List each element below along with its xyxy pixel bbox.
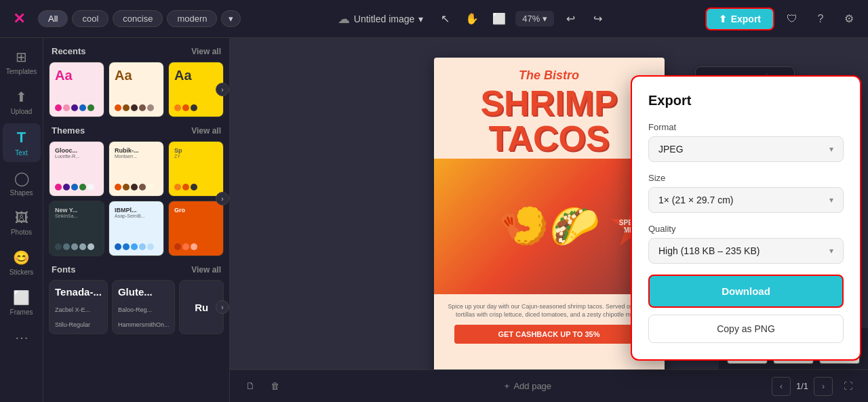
canvas-bottom-center: + Add page <box>499 378 557 394</box>
export-panel: Export Format JPEG ▾ Size 1× (21 × 29.7 … <box>631 75 861 361</box>
sidebar-item-label-shapes: Shapes <box>10 189 33 197</box>
canvas-area: The Bistro SHRIMP TACOS 🍤🌮 SPECIAL MENU … <box>230 38 868 402</box>
quality-select[interactable]: High (118 KB – 235 KB) ▾ <box>648 238 844 264</box>
recents-view-all[interactable]: View all <box>191 47 221 56</box>
help-icon-btn[interactable]: ? <box>810 8 831 30</box>
font-sub2-2: HammersmithOn... <box>118 321 170 328</box>
font-name-3: Ru <box>195 302 208 313</box>
theme-card-1[interactable]: Glooc... Lucette-R... <box>49 141 104 197</box>
font-sub2-1: Stilu-Regular <box>55 321 102 328</box>
sidebar-item-frames[interactable]: ⬜ Frames <box>3 284 41 321</box>
app-logo: ✕ <box>8 8 30 30</box>
redo-button[interactable]: ↪ <box>587 8 608 30</box>
upload-icon: ⬆ <box>16 89 27 105</box>
text-icon: T <box>17 129 26 146</box>
topbar-right: ⬆ Export 🛡 ? ⚙ <box>705 7 860 31</box>
page-indicator: 1/1 <box>796 381 808 391</box>
format-label: Format <box>648 122 844 132</box>
themes-scroll-right[interactable]: › <box>216 192 229 205</box>
photos-icon: 🖼 <box>15 210 28 226</box>
doc-title-area[interactable]: ☁ Untitled image ▾ <box>338 12 424 26</box>
font-sub1-1: Zacbel X-E... <box>55 306 102 313</box>
templates-icon: ⊞ <box>16 49 27 65</box>
size-arrow: ▾ <box>829 195 833 205</box>
themes-view-all[interactable]: View all <box>191 126 221 136</box>
size-value: 1× (21 × 29.7 cm) <box>658 195 734 205</box>
recent-card-1[interactable]: Aa <box>49 62 104 117</box>
font-card-2[interactable]: Glute... Baloo-Reg... HammersmithOn... <box>112 280 176 334</box>
tag-modern[interactable]: modern <box>167 10 217 27</box>
page-icon-btn[interactable]: 🗋 <box>241 377 260 396</box>
more-icon: ⋯ <box>15 329 28 346</box>
add-page-label: Add page <box>513 381 551 391</box>
sidebar-item-label-frames: Frames <box>10 308 33 316</box>
poster-cta: GET CASHBACK UP TO 35% <box>454 325 644 344</box>
zoom-control[interactable]: 47% ▾ <box>515 11 554 26</box>
poster-restaurant: The Bistro <box>434 58 665 85</box>
download-button[interactable]: Download <box>648 275 844 308</box>
sidebar-item-label-upload: Upload <box>11 108 33 115</box>
poster: The Bistro SHRIMP TACOS 🍤🌮 SPECIAL MENU … <box>434 58 665 383</box>
trash-btn[interactable]: 🗑 <box>265 377 284 396</box>
settings-icon-btn[interactable]: ⚙ <box>838 8 860 30</box>
sidebar-item-text[interactable]: T Text <box>3 123 41 162</box>
export-button[interactable]: ⬆ Export <box>705 7 774 31</box>
sidebar-item-photos[interactable]: 🖼 Photos <box>3 205 41 241</box>
frame-tool[interactable]: ⬜ <box>488 8 510 30</box>
tag-concise[interactable]: concise <box>113 10 163 27</box>
export-icon: ⬆ <box>719 14 727 24</box>
add-page-button[interactable]: + Add page <box>499 378 557 394</box>
select-tool[interactable]: ↖ <box>434 8 456 30</box>
tag-cool[interactable]: cool <box>72 10 108 27</box>
tag-all[interactable]: All <box>38 10 68 27</box>
sidebar-item-label-photos: Photos <box>11 228 32 236</box>
next-page-btn[interactable]: › <box>814 377 833 396</box>
undo-button[interactable]: ↩ <box>559 8 581 30</box>
zoom-level: 47% <box>522 14 540 24</box>
fonts-section: Fonts View all Tenada-... Zacbel X-E... … <box>49 264 224 334</box>
hand-tool[interactable]: ✋ <box>461 8 483 30</box>
tag-filters: All cool concise modern ▾ <box>38 10 241 27</box>
recents-label: Recents <box>52 46 86 56</box>
sidebar-item-stickers[interactable]: 😊 Stickers <box>3 244 41 281</box>
poster-description: Spice up your day with our Cajun-seasone… <box>434 297 665 325</box>
font-card-1[interactable]: Tenada-... Zacbel X-E... Stilu-Regular <box>49 280 108 334</box>
sidebar-item-upload[interactable]: ⬆ Upload <box>3 83 41 121</box>
add-page-icon: + <box>505 381 510 391</box>
theme-card-4[interactable]: New Y... SinkinSa... <box>49 201 104 256</box>
size-select[interactable]: 1× (21 × 29.7 cm) ▾ <box>648 187 844 213</box>
sidebar-item-templates[interactable]: ⊞ Templates <box>3 43 41 81</box>
format-value: JPEG <box>658 144 684 155</box>
theme-card-6[interactable]: Gro <box>168 201 224 256</box>
sidebar-icons: ⊞ Templates ⬆ Upload T Text ◯ Shapes 🖼 P… <box>0 38 43 402</box>
format-arrow: ▾ <box>829 144 833 154</box>
copy-png-button[interactable]: Copy as PNG <box>648 315 844 343</box>
sidebar-item-shapes[interactable]: ◯ Shapes <box>3 165 41 202</box>
topbar-center: ☁ Untitled image ▾ ↖ ✋ ⬜ 47% ▾ ↩ ↪ <box>246 8 699 30</box>
theme-card-5[interactable]: IBMPl... Asap-SemiB... <box>108 201 164 256</box>
font-name-1: Tenada-... <box>55 286 102 298</box>
prev-page-btn[interactable]: ‹ <box>772 377 791 396</box>
format-select[interactable]: JPEG ▾ <box>648 136 844 162</box>
doc-title: Untitled image <box>354 14 415 24</box>
poster-title-1: SHRIMP <box>480 83 617 123</box>
fullscreen-btn[interactable]: ⛶ <box>838 377 857 396</box>
size-label: Size <box>648 173 844 183</box>
main-layout: ⊞ Templates ⬆ Upload T Text ◯ Shapes 🖼 P… <box>0 38 868 402</box>
theme-card-3[interactable]: Sp ZY <box>168 141 224 197</box>
theme-card-2[interactable]: Rubik-... Montserr... <box>108 141 164 197</box>
sidebar-item-more[interactable]: ⋯ <box>3 324 41 351</box>
sidebar-item-label-stickers: Stickers <box>9 268 34 276</box>
tag-more-button[interactable]: ▾ <box>221 10 241 27</box>
sidebar-item-label-templates: Templates <box>6 68 37 75</box>
fonts-header: Fonts View all <box>49 264 224 275</box>
fonts-scroll-right[interactable]: › <box>216 300 229 314</box>
fonts-view-all[interactable]: View all <box>191 265 221 275</box>
recents-section: Recents View all Aa <box>49 46 224 117</box>
font-name-2: Glute... <box>118 286 170 298</box>
shield-icon-btn[interactable]: 🛡 <box>781 8 803 30</box>
recent-card-2[interactable]: Aa <box>108 62 164 117</box>
export-label: Export <box>731 14 761 24</box>
sidebar-item-label-text: Text <box>15 149 27 157</box>
recent-scroll-right[interactable]: › <box>216 83 229 96</box>
